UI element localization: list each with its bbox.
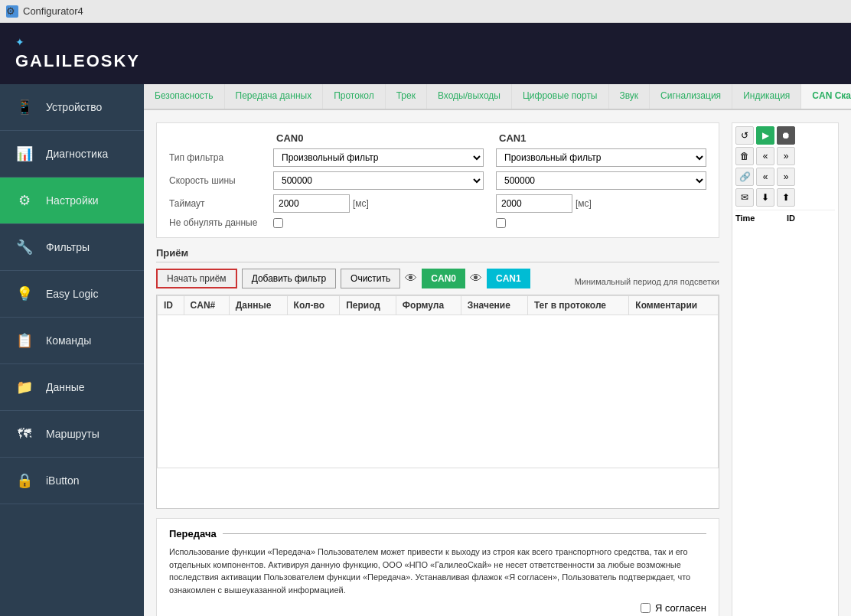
- tab-io[interactable]: Входы/выходы: [427, 84, 512, 109]
- tab-signaling[interactable]: Сигнализация: [650, 84, 732, 109]
- email-button[interactable]: ✉: [735, 188, 754, 207]
- tab-track[interactable]: Трек: [386, 84, 427, 109]
- record-button[interactable]: ⏺: [777, 126, 795, 145]
- transfer-title: Передача: [169, 528, 217, 539]
- filters-icon: 🔧: [12, 235, 37, 259]
- tab-data-transfer[interactable]: Передача данных: [225, 84, 324, 109]
- timeout-can0-input[interactable]: [273, 194, 350, 213]
- table-body: [158, 315, 719, 468]
- col-period: Период: [340, 296, 396, 315]
- bus-speed-label: Скорость шины: [169, 175, 261, 186]
- bus-speed-can1-select[interactable]: 500000250000125000: [496, 171, 706, 190]
- tab-digital-ports[interactable]: Цифровые порты: [512, 84, 609, 109]
- col-tag: Тег в протоколе: [527, 296, 628, 315]
- sidebar: 📱 Устройство 📊 Диагностика ⚙ Настройки 🔧…: [0, 84, 144, 616]
- toolbar-row-4: ✉ ⬇ ⬆: [735, 188, 835, 207]
- sidebar-item-routes[interactable]: 🗺 Маршруты: [0, 411, 144, 458]
- can1-button[interactable]: CAN1: [487, 269, 530, 288]
- bus-speed-can0-wrapper: 500000250000125000: [273, 171, 484, 190]
- tab-can-scanner[interactable]: CAN Сканер: [801, 84, 851, 109]
- logo: ✦ GALILEOSKY: [15, 36, 140, 71]
- can0-button[interactable]: CAN0: [422, 269, 465, 288]
- settings-icon: ⚙: [12, 188, 37, 213]
- transfer-warning-text: Использование функции «Передача» Пользов…: [169, 546, 706, 596]
- tab-security[interactable]: Безопасность: [144, 84, 225, 109]
- routes-icon: 🗺: [12, 422, 37, 446]
- next-button[interactable]: »: [777, 147, 795, 165]
- receive-controls-row: Начать приём Добавить фильтр Очистить 👁 …: [156, 269, 719, 295]
- eye-can0-button[interactable]: 👁: [405, 272, 417, 285]
- data-icon: 📁: [12, 375, 37, 399]
- bus-speed-can0-select[interactable]: 500000250000125000: [273, 171, 484, 190]
- filter-type-label: Тип фильтра: [169, 152, 261, 163]
- toolbar-row-2: 🗑 « »: [735, 147, 835, 165]
- upload-button[interactable]: ⬆: [777, 188, 795, 207]
- no-reset-label: Не обнулять данные: [169, 217, 261, 228]
- last-button[interactable]: »: [777, 168, 795, 186]
- prev-button[interactable]: «: [756, 147, 774, 165]
- start-receive-button[interactable]: Начать приём: [156, 269, 237, 288]
- sidebar-item-commands[interactable]: 📋 Команды: [0, 318, 144, 364]
- col-can: CAN#: [184, 296, 229, 315]
- transfer-section: Передача Использование функции «Передача…: [156, 518, 719, 616]
- timeout-unit-1: [мс]: [575, 198, 592, 209]
- eye-can1-button[interactable]: 👁: [470, 272, 482, 285]
- download-button[interactable]: ⬇: [756, 188, 774, 207]
- sidebar-item-easy-logic[interactable]: 💡 Easy Logic: [0, 271, 144, 318]
- filter-type-can0-wrapper: Произвольный фильтрСтандартный фильтр: [273, 148, 484, 167]
- sidebar-item-filters[interactable]: 🔧 Фильтры: [0, 224, 144, 271]
- sidebar-item-data[interactable]: 📁 Данные: [0, 364, 144, 411]
- filter-type-can0-select[interactable]: Произвольный фильтрСтандартный фильтр: [273, 148, 484, 167]
- empty-row: [158, 315, 719, 468]
- link-button[interactable]: 🔗: [735, 168, 754, 186]
- timeout-can1-input[interactable]: [496, 194, 572, 213]
- receive-controls: Начать приём Добавить фильтр Очистить 👁 …: [156, 269, 530, 288]
- agree-checkbox[interactable]: [641, 603, 650, 613]
- right-table-headers: Time ID: [735, 210, 835, 223]
- tab-bar: Безопасность Передача данных Протокол Тр…: [144, 84, 851, 110]
- sidebar-label-commands: Команды: [46, 334, 91, 347]
- timeout-can0-row: [мс]: [273, 194, 484, 213]
- sidebar-item-device[interactable]: 📱 Устройство: [0, 84, 144, 131]
- sidebar-label-device: Устройство: [46, 101, 102, 113]
- clear-button[interactable]: Очистить: [341, 269, 400, 288]
- col-id: ID: [158, 296, 184, 315]
- no-reset-can0-row: [273, 218, 484, 228]
- delete-button[interactable]: 🗑: [735, 147, 754, 165]
- sidebar-label-data: Данные: [46, 381, 85, 393]
- diagnostics-icon: 📊: [12, 142, 37, 166]
- refresh-button[interactable]: ↺: [735, 126, 754, 145]
- easy-logic-icon: 💡: [12, 282, 37, 306]
- left-area: CAN0 CAN1 Тип фильтра Произвольный фильт…: [156, 122, 719, 616]
- can-headers: CAN0 CAN1: [169, 132, 706, 144]
- sidebar-item-ibutton[interactable]: 🔒 iButton: [0, 458, 144, 504]
- sidebar-label-diagnostics: Диагностика: [46, 148, 108, 160]
- sidebar-label-routes: Маршруты: [46, 428, 99, 440]
- tab-protocol[interactable]: Протокол: [323, 84, 386, 109]
- main-wrapper: Безопасность Передача данных Протокол Тр…: [144, 84, 851, 616]
- col-count: Кол-во: [287, 296, 340, 315]
- time-header: Time: [735, 213, 784, 223]
- sidebar-item-settings[interactable]: ⚙ Настройки: [0, 178, 144, 224]
- sidebar-label-ibutton: iButton: [46, 474, 80, 487]
- bus-speed-can1-wrapper: 500000250000125000: [496, 171, 706, 190]
- tab-indication[interactable]: Индикация: [732, 84, 801, 109]
- main-panel: CAN0 CAN1 Тип фильтра Произвольный фильт…: [144, 110, 851, 616]
- min-period-text: Минимальный период для подсветки: [575, 277, 719, 286]
- filter-type-can1-select[interactable]: Произвольный фильтрСтандартный фильтр: [496, 148, 706, 167]
- timeout-can1-row: [мс]: [496, 194, 706, 213]
- sidebar-item-diagnostics[interactable]: 📊 Диагностика: [0, 131, 144, 178]
- right-panel: ↺ ▶ ⏺ 🗑 « » 🔗 « »: [732, 122, 839, 616]
- transfer-divider: [223, 533, 706, 534]
- no-reset-can0-checkbox[interactable]: [273, 218, 283, 228]
- app-header: ✦ GALILEOSKY: [0, 23, 851, 84]
- tab-sound[interactable]: Звук: [609, 84, 650, 109]
- play-button[interactable]: ▶: [756, 126, 774, 145]
- can-config: CAN0 CAN1 Тип фильтра Произвольный фильт…: [156, 122, 719, 238]
- agree-row: Я согласен: [169, 602, 706, 614]
- no-reset-can1-checkbox[interactable]: [496, 218, 506, 228]
- add-filter-button[interactable]: Добавить фильтр: [242, 269, 336, 288]
- logo-icon: ✦: [15, 36, 140, 48]
- col-formula: Формула: [396, 296, 461, 315]
- first-button[interactable]: «: [756, 168, 774, 186]
